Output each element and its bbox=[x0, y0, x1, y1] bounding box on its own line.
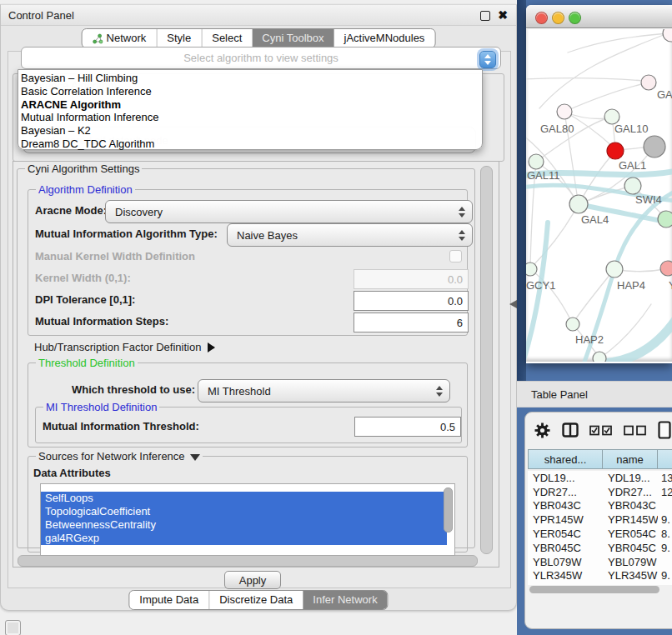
table-row[interactable]: YBL079WYBL079W bbox=[528, 555, 672, 569]
close-traffic-light[interactable] bbox=[535, 12, 548, 24]
network-node-y[interactable] bbox=[660, 261, 672, 276]
apply-button[interactable]: Apply bbox=[224, 571, 281, 589]
network-node-gal4[interactable] bbox=[569, 195, 588, 213]
mi-type-combobox[interactable]: Naive Bayes bbox=[227, 223, 473, 247]
vertical-scrollbar[interactable] bbox=[480, 166, 493, 554]
dropdown-item-bayesian-k2[interactable]: Bayesian – K2 bbox=[18, 124, 482, 138]
network-node-gal11[interactable] bbox=[529, 154, 544, 169]
tab-jactivemnodules[interactable]: jActiveMNodules bbox=[334, 29, 435, 48]
table-row[interactable]: YLR345WYLR345W9. bbox=[528, 569, 672, 583]
table-row[interactable]: YBR045CYBR045C9. bbox=[528, 541, 672, 555]
table-cell: YDL19... bbox=[528, 472, 603, 484]
algorithm-definition-label: Algorithm Definition bbox=[36, 183, 135, 196]
table-row[interactable]: YDL19...YDL19...13 bbox=[528, 471, 672, 485]
network-node-label: GAL1 bbox=[619, 159, 646, 172]
network-icon bbox=[93, 33, 103, 44]
network-window-titlebar[interactable] bbox=[526, 5, 672, 28]
aracne-mode-combobox[interactable]: Discovery bbox=[105, 200, 473, 223]
desktop-edge bbox=[517, 0, 526, 382]
table-row[interactable]: YPR145WYPR145W9. bbox=[528, 512, 672, 527]
table-cell: 9. bbox=[658, 569, 672, 582]
network-edge bbox=[526, 222, 548, 362]
table-cell: YBR045C bbox=[528, 542, 603, 554]
mi-threshold-field[interactable]: 0.5 bbox=[354, 417, 461, 437]
bottom-tab-label: Infer Network bbox=[313, 591, 377, 609]
tab-select[interactable]: Select bbox=[201, 29, 252, 48]
network-node[interactable] bbox=[658, 211, 672, 228]
table-row[interactable]: YIL052CYIL052C9. bbox=[528, 582, 672, 585]
columns-icon[interactable] bbox=[562, 422, 579, 438]
network-node-hap2[interactable] bbox=[566, 318, 579, 331]
table-row[interactable]: YBR043CYBR043C bbox=[528, 499, 672, 513]
network-node-swi4[interactable] bbox=[624, 178, 641, 194]
close-icon[interactable]: ✖ bbox=[498, 8, 508, 22]
dropdown-item-dream8-dc-tdc-algorithm[interactable]: Dream8 DC_TDC Algorithm bbox=[18, 138, 482, 151]
table-header-row: shared...nameA bbox=[528, 449, 672, 469]
minimize-traffic-light[interactable] bbox=[552, 12, 564, 24]
apply-button-label: Apply bbox=[239, 574, 267, 587]
table-cell: YBL079W bbox=[528, 556, 603, 568]
network-node-gcy1[interactable] bbox=[526, 262, 537, 276]
sources-label-text: Sources for Network Inference bbox=[38, 450, 185, 462]
combobox-arrows-icon[interactable] bbox=[479, 51, 496, 68]
attribute-item-gal4rgexp[interactable]: gal4RGexp bbox=[41, 532, 447, 545]
mi-threshold-group-label: MI Threshold Definition bbox=[43, 401, 159, 413]
network-node[interactable] bbox=[663, 29, 672, 42]
table-row[interactable]: YDR27...YDR27...12 bbox=[528, 485, 672, 499]
unchecked-pair-icon[interactable] bbox=[624, 425, 647, 436]
table-row[interactable]: YER054CYER054C8. bbox=[528, 527, 672, 541]
control-panel-title: Control Panel bbox=[8, 9, 74, 22]
dropdown-item-bayesian-hill-climbing[interactable]: Bayesian – Hill Climbing bbox=[18, 72, 482, 85]
network-node[interactable] bbox=[593, 352, 606, 362]
horizontal-scrollbar[interactable] bbox=[18, 555, 478, 567]
dropdown-item-basic-correlation-inference[interactable]: Basic Correlation Inference bbox=[18, 85, 482, 98]
hub-definition-expander[interactable]: Hub/Transcription Factor Definition bbox=[34, 341, 215, 353]
mi-type-value: Naive Bayes bbox=[237, 229, 298, 242]
network-canvas[interactable]: GALGAL80GAL10GAL1GAL11SWI4GAL4GCY1HAP4YH… bbox=[526, 29, 672, 362]
attribute-item-selfloops[interactable]: SelfLoops bbox=[41, 492, 447, 505]
gear-icon[interactable] bbox=[534, 422, 551, 439]
bottom-tab-infer-network[interactable]: Infer Network bbox=[303, 591, 387, 609]
network-node-label: GAL11 bbox=[527, 169, 560, 182]
network-node-gal80[interactable] bbox=[557, 104, 572, 119]
screen: Control Panel ✖ NetworkStyleSelectCyni T… bbox=[0, 0, 672, 635]
manual-kernel-checkbox bbox=[449, 250, 462, 262]
sources-group-label[interactable]: Sources for Network Inference bbox=[36, 450, 203, 462]
table-cell: 9. bbox=[658, 583, 672, 585]
bottom-tab-impute-data[interactable]: Impute Data bbox=[129, 591, 208, 609]
tab-cyni-toolbox[interactable]: Cyni Toolbox bbox=[252, 29, 333, 48]
table-cell: 13 bbox=[658, 472, 672, 484]
list-scrollbar[interactable] bbox=[444, 488, 453, 532]
table-cell: YDL19... bbox=[603, 472, 658, 484]
minimized-panel-button[interactable] bbox=[5, 620, 21, 635]
column-header-shared[interactable]: shared... bbox=[528, 449, 603, 469]
which-threshold-value: MI Threshold bbox=[208, 385, 271, 398]
network-node-gal[interactable] bbox=[641, 75, 656, 90]
document-icon[interactable] bbox=[658, 421, 671, 439]
table-toolbar bbox=[534, 419, 671, 441]
which-threshold-combobox[interactable]: MI Threshold bbox=[198, 379, 450, 402]
table-cell: YIL052C bbox=[528, 583, 603, 585]
table-horizontal-scrollbar[interactable] bbox=[529, 586, 659, 593]
network-node-gal1[interactable] bbox=[607, 142, 624, 159]
tab-label: Cyni Toolbox bbox=[262, 29, 323, 48]
control-panel-tabbar: NetworkStyleSelectCyni ToolboxjActiveMNo… bbox=[82, 28, 436, 48]
column-header-a[interactable]: A bbox=[658, 449, 672, 469]
dropdown-item-mutual-information-inference[interactable]: Mutual Information Inference bbox=[18, 111, 482, 124]
checked-pair-icon[interactable] bbox=[589, 425, 613, 436]
float-window-icon[interactable] bbox=[480, 11, 490, 21]
column-header-name[interactable]: name bbox=[603, 449, 658, 469]
tab-label: Network bbox=[107, 29, 147, 48]
attribute-item-topologicalcoefficient[interactable]: TopologicalCoefficient bbox=[41, 505, 447, 518]
zoom-traffic-light[interactable] bbox=[569, 12, 581, 24]
network-node[interactable] bbox=[644, 136, 665, 158]
dropdown-item-aracne-algorithm[interactable]: ARACNE Algorithm bbox=[18, 98, 482, 112]
mi-steps-field[interactable]: 6 bbox=[354, 312, 469, 332]
algorithm-combobox[interactable]: Select algorithm to view settings bbox=[21, 47, 501, 69]
attribute-item-betweennesscentrality[interactable]: BetweennessCentrality bbox=[41, 518, 447, 532]
dpi-tolerance-field[interactable]: 0.0 bbox=[354, 291, 469, 311]
bottom-tab-discretize-data[interactable]: Discretize Data bbox=[208, 591, 303, 609]
network-node-hap4[interactable] bbox=[606, 261, 623, 278]
tab-network[interactable]: Network bbox=[83, 29, 157, 48]
tab-style[interactable]: Style bbox=[156, 29, 201, 48]
